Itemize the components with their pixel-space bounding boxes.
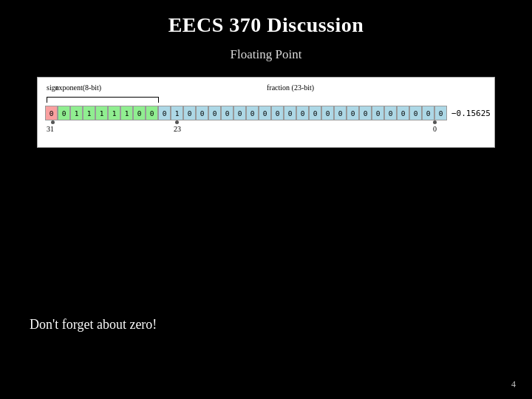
bit-cell: 1 [171,106,183,120]
bit-cell: 0 [146,106,158,120]
bit-cell: 0 [334,106,347,120]
bit-cell: 0 [359,106,372,120]
index-0: 0 [433,125,437,133]
bit-cell: 0 [259,106,271,120]
bit-cell: 0 [196,106,208,120]
bit-cell: 0 [372,106,384,120]
bit-cell: 0 [321,106,334,120]
bit-cell: 0 [284,106,296,120]
label-fraction: fraction (23-bit) [267,83,314,92]
value-label: −0.15625 [451,109,491,118]
bit-cell: 0 [434,106,447,120]
bit-cell: 0 [347,106,359,120]
bit-cell: 0 [409,106,422,120]
main-title: EECS 370 Discussion [168,13,364,37]
floating-point-diagram: sign exponent(8-bit) fraction (23-bit) 0… [37,77,495,148]
dot-0 [433,120,437,124]
bits-container: 00111110001000000000000000000000 −0.1562… [45,106,487,120]
subtitle: Floating Point [231,47,302,62]
bits-row: 00111110001000000000000000000000 [45,106,447,120]
bit-cell: 0 [221,106,233,120]
label-exponent: exponent(8-bit) [55,83,101,92]
dont-forget-text: Don't forget about zero! [30,317,157,332]
bit-cell: 0 [309,106,321,120]
page-number: 4 [511,379,516,390]
index-23: 23 [174,125,181,133]
bit-cell: 0 [397,106,409,120]
bit-cell: 0 [246,106,259,120]
dot-23 [175,120,179,124]
index-row: 31 23 0 [45,125,487,140]
bit-cell: 0 [208,106,221,120]
bit-cell: 0 [233,106,246,120]
bit-cell: 0 [158,106,171,120]
bit-cell: 0 [384,106,397,120]
bit-cell: 1 [95,106,108,120]
bit-cell: 0 [183,106,196,120]
bit-cell: 0 [45,106,58,120]
index-31: 31 [47,125,54,133]
bit-cell: 0 [271,106,284,120]
bit-cell: 1 [83,106,95,120]
bit-cell: 1 [120,106,133,120]
bit-cell: 0 [422,106,434,120]
dot-31 [51,120,55,124]
bit-cell: 0 [296,106,309,120]
bit-cell: 0 [58,106,70,120]
bit-cell: 1 [70,106,83,120]
slide-container: EECS 370 Discussion Floating Point sign … [0,0,532,399]
diagram-labels-row: sign exponent(8-bit) fraction (23-bit) [45,83,487,95]
bit-cell: 1 [108,106,120,120]
bit-cell: 0 [133,106,146,120]
